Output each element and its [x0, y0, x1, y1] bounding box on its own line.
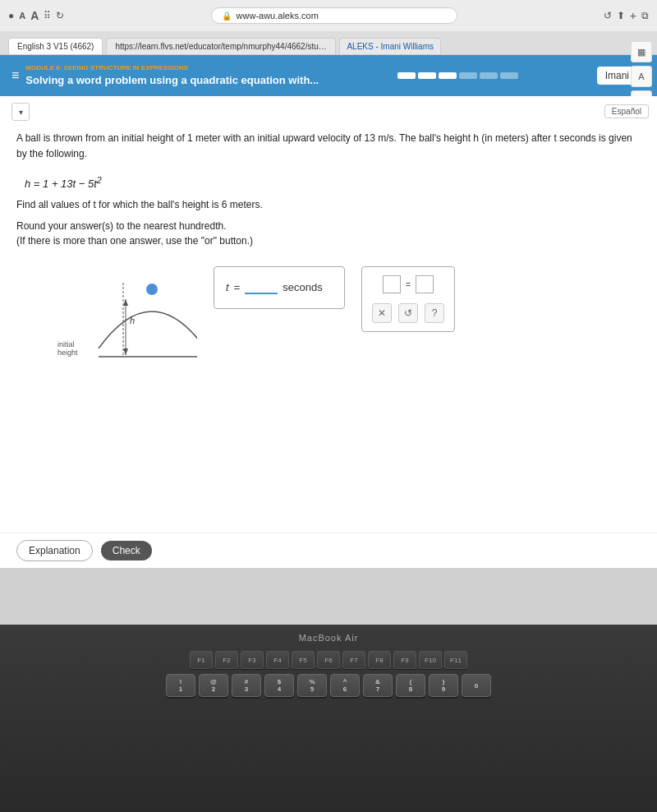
- keyboard-area: MacBook Air F1 F2 F3 F4 F5 F6 F7 F8 F9 F…: [0, 625, 657, 812]
- key-4[interactable]: $4: [264, 674, 294, 697]
- answer-input-box: t = seconds: [214, 266, 345, 309]
- fn-key-f5[interactable]: F5: [292, 651, 315, 669]
- macbook-label: MacBook Air: [299, 633, 359, 643]
- key-1[interactable]: !1: [166, 674, 195, 697]
- fn-key-f4[interactable]: F4: [266, 651, 289, 669]
- svg-text:h: h: [130, 316, 135, 325]
- fn-key-f11[interactable]: F11: [444, 651, 467, 669]
- fn-key-f7[interactable]: F7: [342, 651, 365, 669]
- progress-seg-3: [439, 72, 457, 79]
- formula-display: h = 1 + 13t − 5t2: [0, 170, 657, 195]
- fn-key-f1[interactable]: F1: [190, 651, 213, 669]
- nav-icon-1: ●: [8, 10, 14, 21]
- find-text: Find all values of t for which the ball'…: [0, 196, 657, 214]
- bottom-bar: Explanation Check: [0, 533, 657, 568]
- font-larger[interactable]: A: [30, 9, 39, 22]
- icon-a[interactable]: A: [631, 66, 652, 87]
- seconds-label: seconds: [283, 281, 322, 293]
- module-title: Solving a word problem using a quadratic…: [25, 73, 319, 88]
- equals-sign: =: [234, 281, 241, 293]
- progress-seg-6: [500, 72, 518, 79]
- key-0[interactable]: 0: [462, 674, 491, 697]
- fn-key-f3[interactable]: F3: [241, 651, 264, 669]
- or-row: =: [383, 275, 434, 293]
- tab-flvs[interactable]: https://learn.flvs.net/educator/temp/nmu…: [106, 38, 336, 54]
- app-header: ≡ MODULE 6: SEEING STRUCTURE IN EXPRESSI…: [0, 55, 657, 96]
- help-button[interactable]: ?: [425, 303, 444, 323]
- parabola-svg: h initial height ground: [16, 266, 197, 373]
- font-smaller[interactable]: A: [19, 11, 25, 21]
- key-8[interactable]: (8: [396, 674, 425, 697]
- add-tab-icon[interactable]: +: [630, 9, 636, 22]
- screen: ● A A ⠿ ↻ 🔒 www-awu.aleks.com ↺ ⬆ + ⧉ En…: [0, 0, 657, 625]
- collapse-row: ▾ Español: [0, 96, 657, 127]
- t-variable-label: t: [226, 281, 229, 293]
- tab-aleks[interactable]: ALEKS - Imani Williams: [339, 38, 441, 54]
- collapse-button[interactable]: ▾: [11, 103, 30, 121]
- answer-input-field[interactable]: [245, 280, 278, 294]
- browser-chrome: ● A A ⠿ ↻ 🔒 www-awu.aleks.com ↺ ⬆ + ⧉ En…: [0, 0, 657, 55]
- undo-button[interactable]: ↺: [398, 303, 418, 323]
- diagram-area: h initial height ground: [16, 266, 197, 381]
- progress-seg-1: [397, 72, 416, 79]
- refresh-icon[interactable]: ↺: [604, 10, 612, 21]
- problem-description: A ball is thrown from an initial height …: [0, 127, 657, 170]
- fn-key-f10[interactable]: F10: [419, 651, 442, 669]
- check-button[interactable]: Check: [101, 541, 152, 561]
- key-5[interactable]: %5: [297, 674, 327, 697]
- progress-seg-2: [418, 72, 436, 79]
- number-key-row: !1 @2 #3 $4 %5 ^6 &7 (8 )9 0: [166, 674, 491, 697]
- fn-key-row: F1 F2 F3 F4 F5 F6 F7 F8 F9 F10 F11: [190, 651, 467, 669]
- module-info: MODULE 6: SEEING STRUCTURE IN EXPRESSION…: [25, 63, 319, 87]
- fn-key-f6[interactable]: F6: [317, 651, 340, 669]
- svg-marker-5: [123, 348, 128, 355]
- url-text: www-awu.aleks.com: [237, 11, 319, 21]
- fn-key-f2[interactable]: F2: [215, 651, 238, 669]
- formula-text: h: [25, 178, 30, 191]
- grid-icon[interactable]: ⠿: [44, 10, 51, 21]
- or-operator: =: [406, 279, 411, 289]
- key-9[interactable]: )9: [429, 674, 458, 697]
- share-icon[interactable]: ⬆: [617, 10, 625, 21]
- svg-marker-6: [123, 299, 128, 306]
- action-icons-row: ✕ ↺ ?: [372, 303, 444, 323]
- svg-text:initial: initial: [57, 340, 75, 348]
- browser-action-icons: ↺ ⬆ + ⧉: [604, 9, 649, 22]
- module-label: MODULE 6: SEEING STRUCTURE IN EXPRESSION…: [25, 63, 319, 72]
- reload-icon[interactable]: ↻: [56, 10, 64, 21]
- user-name: Imani: [605, 70, 629, 81]
- main-content: ▾ Español A ball is thrown from an initi…: [0, 96, 657, 568]
- key-7[interactable]: &7: [363, 674, 393, 697]
- url-bar[interactable]: 🔒 www-awu.aleks.com: [211, 7, 457, 24]
- hamburger-menu[interactable]: ≡: [11, 68, 19, 83]
- content-spacer: [0, 390, 657, 554]
- fn-key-f9[interactable]: F9: [393, 651, 416, 669]
- browser-nav-icons: ● A A ⠿ ↻: [8, 9, 64, 22]
- progress-seg-5: [480, 72, 498, 79]
- explanation-button[interactable]: Explanation: [16, 540, 93, 561]
- browser-toolbar: ● A A ⠿ ↻ 🔒 www-awu.aleks.com ↺ ⬆ + ⧉: [0, 0, 657, 31]
- espanol-button[interactable]: Español: [604, 104, 649, 118]
- app-header-left: ≡ MODULE 6: SEEING STRUCTURE IN EXPRESSI…: [11, 63, 319, 87]
- or-left-input[interactable]: [383, 275, 401, 293]
- svg-text:height: height: [57, 348, 78, 357]
- clear-button[interactable]: ✕: [372, 303, 392, 323]
- fn-key-f8[interactable]: F8: [368, 651, 391, 669]
- lock-icon: 🔒: [222, 12, 232, 21]
- or-right-input[interactable]: [416, 275, 434, 293]
- round-text: Round your answer(s) to the nearest hund…: [0, 214, 657, 250]
- browser-tabs: English 3 V15 (4662) https://learn.flvs.…: [0, 31, 657, 54]
- progress-seg-4: [459, 72, 477, 79]
- duplicate-icon[interactable]: ⧉: [641, 10, 649, 21]
- svg-point-2: [146, 284, 158, 295]
- interactive-area: h initial height ground t =: [0, 250, 657, 390]
- or-box: = ✕ ↺ ?: [361, 266, 455, 332]
- key-2[interactable]: @2: [199, 674, 228, 697]
- key-3[interactable]: #3: [232, 674, 261, 697]
- key-6[interactable]: ^6: [330, 674, 360, 697]
- icon-grid[interactable]: ▦: [631, 41, 652, 62]
- progress-bar: [397, 72, 518, 79]
- tab-english[interactable]: English 3 V15 (4662): [8, 38, 103, 54]
